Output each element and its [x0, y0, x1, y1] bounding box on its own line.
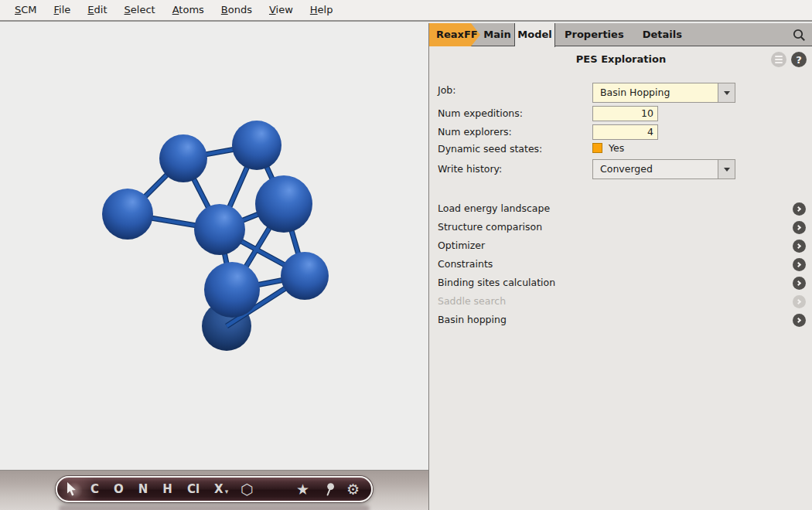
element-dropdown-arrow-icon: ▾	[225, 488, 229, 495]
molecule-canvas[interactable]	[0, 23, 428, 470]
job-label: Job:	[438, 83, 455, 98]
menu-file[interactable]: File	[46, 0, 80, 21]
num-expeditions-input[interactable]: 10	[592, 106, 658, 121]
section-load-energy-landscape[interactable]: Load energy landscape	[429, 199, 812, 218]
write-history-value: Converged	[593, 160, 718, 178]
help-button[interactable]: ?	[791, 52, 807, 67]
section-constraints[interactable]: Constraints	[429, 255, 812, 274]
chevron-right-icon[interactable]	[793, 314, 806, 327]
menu-select[interactable]: Select	[116, 0, 164, 21]
section-binding-sites-calculation[interactable]: Binding sites calculation	[429, 274, 812, 292]
menu-atoms[interactable]: Atoms	[164, 0, 213, 21]
search-icon[interactable]	[790, 26, 807, 43]
menu-help[interactable]: Help	[302, 0, 342, 21]
element-toolbar: C O N H Cl X ▾ ⬡ ★ ⚙	[56, 476, 373, 502]
tab-reaxff[interactable]: ReaxFF	[429, 23, 480, 46]
pin-tool-icon[interactable]	[323, 482, 336, 497]
element-c-button[interactable]: C	[90, 482, 99, 496]
tab-properties[interactable]: Properties	[555, 23, 633, 46]
atom[interactable]	[194, 204, 245, 255]
element-cl-button[interactable]: Cl	[187, 482, 200, 496]
chevron-down-icon[interactable]	[718, 83, 735, 102]
section-structure-comparison[interactable]: Structure comparison	[429, 218, 812, 236]
molecule-viewport[interactable]: C O N H Cl X ▾ ⬡ ★ ⚙	[0, 23, 428, 510]
star-tool-icon[interactable]: ★	[296, 482, 309, 497]
dynamic-seed-states-label: Dynamic seed states:	[438, 141, 542, 157]
menu-bar: SCM File Edit Select Atoms Bonds View He…	[0, 0, 812, 22]
write-history-dropdown[interactable]: Converged	[592, 159, 735, 179]
element-n-button[interactable]: N	[138, 482, 148, 496]
tab-details[interactable]: Details	[633, 23, 691, 46]
ring-tool-icon[interactable]: ⬡	[241, 482, 254, 497]
element-x-button[interactable]: X ▾	[214, 482, 228, 496]
tab-model[interactable]: Model	[515, 23, 555, 47]
input-panel: ReaxFF Main Model Properties Details PES…	[428, 23, 812, 510]
num-explorers-input[interactable]: 4	[592, 124, 658, 140]
section-saddle-search: Saddle search	[429, 292, 812, 311]
write-history-label: Write history:	[438, 162, 502, 177]
chevron-right-icon	[793, 295, 806, 308]
menu-view[interactable]: View	[261, 0, 302, 21]
num-explorers-label: Num explorers:	[438, 124, 512, 140]
atom[interactable]	[232, 121, 281, 170]
chevron-right-icon[interactable]	[793, 277, 806, 290]
dynamic-seed-states-value: Yes	[609, 142, 624, 155]
menu-edit[interactable]: Edit	[79, 0, 115, 21]
element-h-button[interactable]: H	[162, 482, 172, 496]
atom[interactable]	[255, 175, 312, 233]
toolbar-reflection	[59, 505, 370, 510]
panel-menu-button[interactable]	[771, 52, 786, 67]
chevron-right-icon[interactable]	[793, 240, 806, 253]
select-cursor-tool[interactable]	[66, 482, 77, 497]
gear-tool-icon[interactable]: ⚙	[346, 482, 360, 497]
atom[interactable]	[159, 134, 207, 182]
atom[interactable]	[204, 262, 260, 318]
chevron-down-icon[interactable]	[718, 160, 735, 178]
section-basin-hopping[interactable]: Basin hopping	[429, 311, 812, 329]
num-expeditions-label: Num expeditions:	[438, 106, 523, 121]
chevron-right-icon[interactable]	[793, 258, 806, 271]
chevron-right-icon[interactable]	[793, 202, 806, 216]
menu-scm[interactable]: SCM	[6, 0, 46, 21]
tab-main[interactable]: Main	[480, 23, 515, 46]
section-optimizer[interactable]: Optimizer	[429, 236, 812, 255]
job-dropdown[interactable]: Basin Hopping	[592, 83, 735, 103]
dynamic-seed-states-checkbox[interactable]	[592, 143, 602, 153]
atom[interactable]	[102, 189, 153, 240]
atom[interactable]	[281, 252, 329, 300]
job-value: Basin Hopping	[593, 83, 718, 102]
chevron-right-icon[interactable]	[793, 221, 806, 234]
tab-bar: ReaxFF Main Model Properties Details	[429, 23, 812, 46]
element-o-button[interactable]: O	[114, 482, 124, 496]
menu-bonds[interactable]: Bonds	[213, 0, 261, 21]
page-title: PES Exploration	[429, 53, 812, 65]
